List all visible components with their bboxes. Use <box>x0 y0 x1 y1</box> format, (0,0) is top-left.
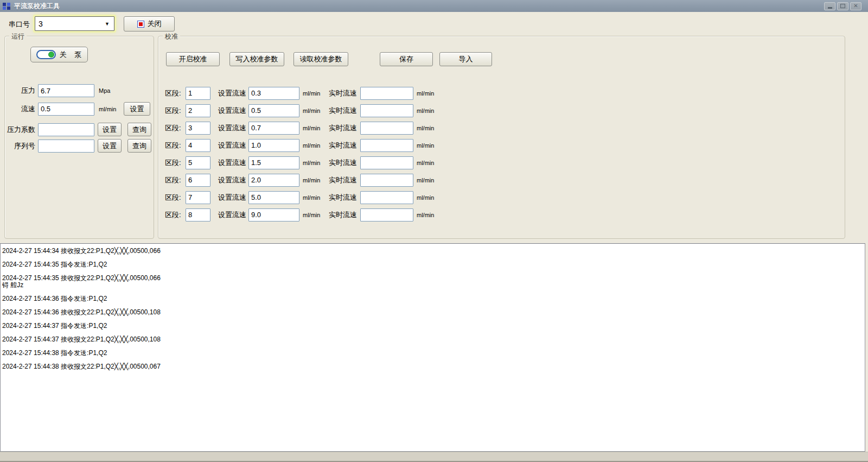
minimize-button[interactable] <box>824 2 835 10</box>
segment-label: 区段: <box>165 193 186 202</box>
set-flow-input[interactable] <box>248 104 299 117</box>
flow-input[interactable] <box>38 103 94 116</box>
set-flow-input[interactable] <box>248 174 299 187</box>
serial-port-value: 3 <box>39 20 105 28</box>
log-line: 2024-2-27 15:44:38 指令发送:P1,Q2 <box>2 350 863 357</box>
log-line: 2024-2-27 15:44:35 接收报文22:P1,Q2╳,╳╳,0050… <box>2 275 863 289</box>
serial-no-query-button[interactable]: 查询 <box>127 139 151 153</box>
calibration-row: 区段: 设置流速 ml/min 实时流速 ml/min <box>165 173 439 187</box>
calibration-group-title: 校准 <box>163 32 180 41</box>
flow-label: 流速 <box>7 104 35 114</box>
realtime-flow-input[interactable] <box>360 174 413 187</box>
close-port-button[interactable]: 关闭 <box>124 16 175 31</box>
chevron-down-icon[interactable]: ▼ <box>105 21 111 27</box>
window-footer <box>0 452 868 462</box>
set-flow-label: 设置流速 <box>218 123 248 133</box>
set-flow-input[interactable] <box>248 139 299 152</box>
restore-button[interactable] <box>837 2 848 10</box>
segment-input[interactable] <box>186 122 210 135</box>
app-icon <box>2 2 11 10</box>
stop-icon <box>137 21 144 28</box>
realtime-flow-label: 实时流速 <box>329 106 360 116</box>
set-flow-label: 设置流速 <box>218 106 248 116</box>
read-params-button[interactable]: 读取校准参数 <box>293 52 348 66</box>
pressure-coef-label: 压力系数 <box>7 125 35 135</box>
realtime-flow-input[interactable] <box>360 208 413 221</box>
set-flow-label: 设置流速 <box>218 141 248 150</box>
serial-no-label: 序列号 <box>7 141 35 151</box>
titlebar: 平流泵校准工具 ✕ <box>0 0 868 12</box>
realtime-flow-input[interactable] <box>360 156 413 169</box>
realtime-flow-label: 实时流速 <box>329 123 360 133</box>
realtime-flow-input[interactable] <box>360 191 413 204</box>
minimize-icon <box>828 7 832 9</box>
window-controls: ✕ <box>824 2 866 10</box>
set-flow-unit: ml/min <box>303 177 326 183</box>
segment-input[interactable] <box>186 191 210 204</box>
realtime-flow-label: 实时流速 <box>329 141 360 150</box>
log-line: 2024-2-27 15:44:35 指令发送:P1,Q2 <box>2 261 863 268</box>
flow-set-button[interactable]: 设置 <box>124 102 150 116</box>
set-flow-label: 设置流速 <box>218 193 248 202</box>
set-flow-label: 设置流速 <box>218 210 248 220</box>
segment-label: 区段: <box>165 141 186 150</box>
segment-input[interactable] <box>186 104 210 117</box>
calibration-row: 区段: 设置流速 ml/min 实时流速 ml/min <box>165 156 439 169</box>
set-flow-unit: ml/min <box>303 194 326 201</box>
segment-input[interactable] <box>186 156 210 169</box>
import-button[interactable]: 导入 <box>439 52 492 66</box>
segment-label: 区段: <box>165 175 186 185</box>
set-flow-unit: ml/min <box>303 142 326 149</box>
realtime-flow-unit: ml/min <box>417 90 439 97</box>
set-flow-input[interactable] <box>248 87 299 100</box>
pressure-coef-set-button[interactable]: 设置 <box>98 123 122 136</box>
set-flow-unit: ml/min <box>303 90 326 97</box>
write-params-button[interactable]: 写入校准参数 <box>229 52 284 66</box>
set-flow-label: 设置流速 <box>218 88 248 98</box>
pressure-coef-row: 压力系数 设置 查询 <box>7 123 151 136</box>
pressure-input[interactable] <box>38 84 94 97</box>
start-calibration-button[interactable]: 开启校准 <box>166 52 220 66</box>
calibration-row: 区段: 设置流速 ml/min 实时流速 ml/min <box>165 208 439 221</box>
calibration-rows: 区段: 设置流速 ml/min 实时流速 ml/min 区段: 设置流速 ml/… <box>165 86 439 221</box>
serial-no-row: 序列号 设置 查询 <box>7 139 151 153</box>
set-flow-label: 设置流速 <box>218 175 248 185</box>
segment-input[interactable] <box>186 87 210 100</box>
calibration-row: 区段: 设置流速 ml/min 实时流速 ml/min <box>165 191 439 204</box>
realtime-flow-unit: ml/min <box>417 160 439 166</box>
close-window-button[interactable]: ✕ <box>850 2 861 10</box>
segment-input[interactable] <box>186 139 210 152</box>
pressure-row: 压力 Mpa <box>7 84 124 97</box>
serial-no-input[interactable] <box>38 140 94 153</box>
pump-toggle-button[interactable]: 关 泵 <box>30 47 88 62</box>
realtime-flow-label: 实时流速 <box>329 88 360 98</box>
run-group-title: 运行 <box>9 32 27 41</box>
set-flow-input[interactable] <box>248 122 299 135</box>
pressure-coef-query-button[interactable]: 查询 <box>127 123 151 136</box>
serial-port-select[interactable]: 3 ▼ <box>35 16 114 31</box>
segment-input[interactable] <box>186 208 210 221</box>
realtime-flow-label: 实时流速 <box>329 210 360 220</box>
flow-unit: ml/min <box>99 106 124 112</box>
realtime-flow-unit: ml/min <box>417 107 439 114</box>
calibration-group: 校准 开启校准 写入校准参数 读取校准参数 保存 导入 区段: 设置流速 ml/… <box>158 36 845 239</box>
set-flow-input[interactable] <box>248 191 299 204</box>
serial-no-set-button[interactable]: 设置 <box>98 139 122 153</box>
calibration-row: 区段: 设置流速 ml/min 实时流速 ml/min <box>165 138 439 152</box>
realtime-flow-input[interactable] <box>360 87 413 100</box>
pressure-coef-input[interactable] <box>38 123 94 136</box>
segment-label: 区段: <box>165 210 186 220</box>
log-output[interactable]: 2024-2-27 15:44:34 接收报文22:P1,Q2╳,╳╳,0050… <box>0 243 865 452</box>
realtime-flow-input[interactable] <box>360 122 413 135</box>
realtime-flow-input[interactable] <box>360 104 413 117</box>
segment-input[interactable] <box>186 174 210 187</box>
set-flow-input[interactable] <box>248 156 299 169</box>
close-port-label: 关闭 <box>148 19 162 29</box>
save-button[interactable]: 保存 <box>380 52 433 66</box>
set-flow-unit: ml/min <box>303 125 326 131</box>
serial-port-label: 串口号 <box>9 20 30 29</box>
realtime-flow-input[interactable] <box>360 139 413 152</box>
log-line: 2024-2-27 15:44:34 接收报文22:P1,Q2╳,╳╳,0050… <box>2 248 863 255</box>
calibration-row: 区段: 设置流速 ml/min 实时流速 ml/min <box>165 121 439 135</box>
set-flow-input[interactable] <box>248 208 299 221</box>
